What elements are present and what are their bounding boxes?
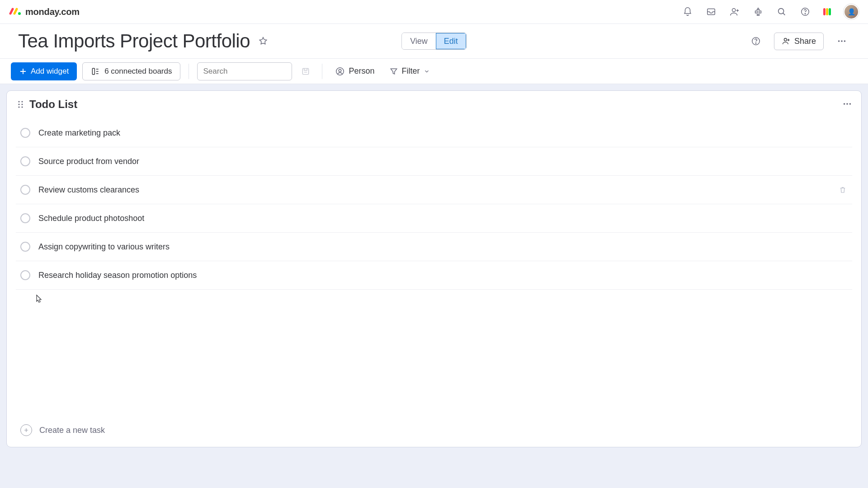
todo-text: Assign copywriting to various writers [38, 242, 170, 252]
board-more-icon[interactable] [834, 33, 850, 49]
board-header-actions: Share [748, 33, 850, 50]
connected-boards-button[interactable]: 6 connected boards [82, 62, 180, 80]
todo-widget-card: Todo List Create marketing pack Source p… [6, 90, 862, 447]
dashboard-content: Todo List Create marketing pack Source p… [0, 84, 868, 454]
widget-title[interactable]: Todo List [29, 98, 77, 111]
add-widget-label: Add widget [31, 67, 69, 76]
global-top-bar: monday.com 👤 [0, 0, 868, 23]
add-widget-button[interactable]: Add widget [11, 62, 77, 80]
todo-text: Research holiday season promotion option… [38, 271, 197, 280]
svg-rect-12 [92, 68, 94, 74]
product-switcher-icon[interactable] [823, 8, 831, 15]
svg-rect-14 [303, 68, 309, 74]
create-task-label: Create a new task [39, 426, 105, 435]
chevron-down-icon [424, 68, 430, 75]
todo-text: Source product from vendor [38, 157, 139, 166]
search-icon[interactable] [776, 6, 787, 17]
todo-text: Create marketing pack [38, 128, 120, 138]
invite-icon[interactable] [729, 6, 740, 17]
avatar[interactable]: 👤 [844, 4, 859, 19]
svg-point-11 [844, 40, 846, 42]
svg-point-24 [846, 103, 848, 105]
svg-point-9 [838, 40, 840, 42]
drag-handle-icon[interactable] [18, 100, 24, 108]
svg-point-10 [841, 40, 843, 42]
todo-checkbox[interactable] [20, 213, 30, 223]
favorite-star-icon[interactable] [258, 36, 268, 46]
share-button[interactable]: Share [774, 33, 824, 50]
edit-mode-button[interactable]: Edit [436, 33, 466, 49]
widget-header: Todo List [7, 91, 861, 115]
person-filter-button[interactable]: Person [330, 63, 379, 80]
help-icon[interactable] [800, 6, 811, 17]
view-mode-button[interactable]: View [402, 33, 436, 49]
search-input[interactable] [203, 67, 299, 76]
brand-name: monday.com [25, 7, 80, 17]
todo-item[interactable]: Review customs clearances [16, 176, 852, 204]
svg-point-0 [18, 12, 21, 15]
svg-point-22 [21, 106, 23, 108]
todo-item[interactable]: Schedule product photoshoot [16, 204, 852, 233]
widget-more-icon[interactable] [842, 99, 852, 109]
svg-point-3 [778, 9, 784, 14]
todo-text: Schedule product photoshoot [38, 214, 144, 223]
todo-checkbox[interactable] [20, 242, 30, 252]
dashboard-toolbar: Add widget 6 connected boards Person Fil… [0, 59, 868, 84]
monday-logo-icon [9, 7, 22, 16]
apps-icon[interactable] [753, 6, 764, 17]
todo-checkbox[interactable] [20, 128, 30, 138]
svg-point-15 [336, 67, 344, 75]
inbox-icon[interactable] [706, 6, 717, 17]
todo-item[interactable]: Research holiday season promotion option… [16, 261, 852, 290]
connected-boards-label: 6 connected boards [104, 67, 172, 76]
page-title[interactable]: Tea Imports Project Portfolio [18, 30, 250, 52]
todo-item[interactable]: Create marketing pack [16, 119, 852, 147]
svg-point-21 [18, 106, 19, 108]
svg-point-18 [21, 101, 23, 102]
view-edit-toggle: View Edit [401, 33, 467, 50]
plus-circle-icon [20, 424, 32, 436]
share-button-label: Share [794, 37, 816, 46]
svg-point-7 [755, 43, 756, 43]
brand-logo[interactable]: monday.com [9, 7, 80, 17]
svg-point-8 [784, 38, 787, 41]
delete-task-icon[interactable] [839, 186, 847, 194]
todo-checkbox[interactable] [20, 185, 30, 195]
todo-list: Create marketing pack Source product fro… [7, 115, 861, 290]
todo-checkbox[interactable] [20, 156, 30, 166]
svg-point-20 [21, 103, 23, 105]
toolbar-divider [189, 64, 189, 79]
svg-point-19 [18, 103, 19, 105]
toolbar-divider [322, 64, 322, 79]
filter-button[interactable]: Filter [385, 63, 434, 80]
board-help-icon[interactable] [748, 33, 764, 49]
board-header: Tea Imports Project Portfolio View Edit … [0, 23, 868, 59]
svg-point-17 [18, 101, 19, 102]
global-icon-tray: 👤 [682, 4, 859, 19]
todo-checkbox[interactable] [20, 270, 30, 280]
todo-item[interactable]: Source product from vendor [16, 147, 852, 176]
todo-text: Review customs clearances [38, 185, 139, 195]
svg-point-16 [339, 69, 342, 72]
person-filter-label: Person [349, 66, 374, 76]
toolbar-search[interactable] [197, 62, 292, 80]
filter-label: Filter [402, 66, 420, 76]
save-view-icon[interactable] [297, 63, 314, 80]
create-task-button[interactable]: Create a new task [7, 417, 861, 447]
svg-point-23 [844, 103, 845, 105]
svg-point-25 [849, 103, 851, 105]
cursor-pointer-icon [34, 294, 43, 305]
notifications-icon[interactable] [682, 6, 693, 17]
todo-item[interactable]: Assign copywriting to various writers [16, 233, 852, 261]
svg-point-5 [805, 14, 805, 14]
svg-point-2 [732, 9, 736, 12]
